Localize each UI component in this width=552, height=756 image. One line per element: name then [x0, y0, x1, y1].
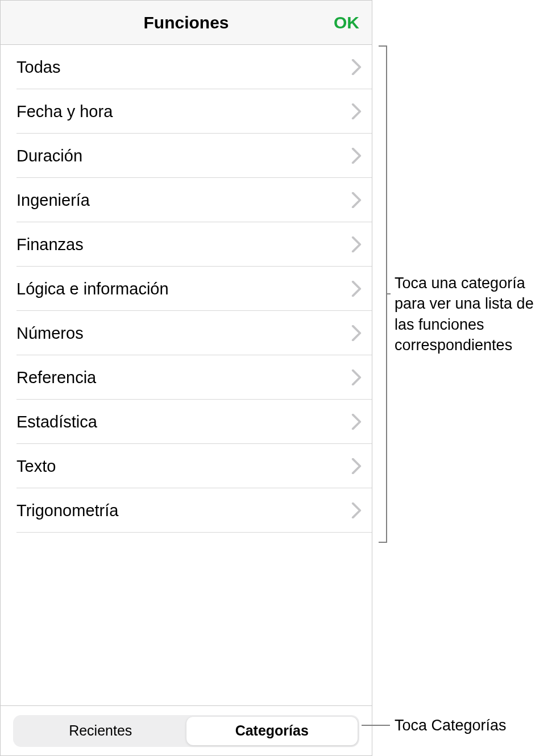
chevron-right-icon: [351, 414, 362, 430]
category-label: Fecha y hora: [16, 102, 113, 121]
category-list: Todas Fecha y hora Duración Ingeniería F…: [1, 45, 372, 705]
category-item-todas[interactable]: Todas: [1, 45, 372, 89]
chevron-right-icon: [351, 192, 362, 208]
category-label: Referencia: [16, 368, 96, 387]
panel-header: Funciones OK: [1, 1, 372, 45]
category-label: Números: [16, 324, 84, 343]
category-label: Duración: [16, 147, 82, 165]
category-item-fecha-y-hora[interactable]: Fecha y hora: [1, 89, 372, 134]
chevron-right-icon: [351, 281, 362, 297]
category-item-texto[interactable]: Texto: [1, 444, 372, 488]
category-item-numeros[interactable]: Números: [1, 311, 372, 355]
category-item-estadistica[interactable]: Estadística: [1, 400, 372, 444]
category-label: Estadística: [16, 413, 97, 431]
ok-button[interactable]: OK: [334, 13, 359, 32]
category-item-logica-e-informacion[interactable]: Lógica e información: [1, 267, 372, 311]
chevron-right-icon: [351, 325, 362, 341]
category-label: Lógica e información: [16, 280, 169, 298]
category-item-finanzas[interactable]: Finanzas: [1, 222, 372, 267]
chevron-right-icon: [351, 148, 362, 164]
category-item-trigonometria[interactable]: Trigonometría: [1, 488, 372, 533]
category-label: Ingeniería: [16, 191, 90, 210]
callout-connector-icon: [362, 725, 390, 726]
category-item-referencia[interactable]: Referencia: [1, 355, 372, 400]
chevron-right-icon: [351, 236, 362, 252]
callout-text-footer: Toca Categorías: [395, 715, 507, 736]
segmented-control: Recientes Categorías: [13, 715, 359, 747]
chevron-right-icon: [351, 59, 362, 75]
functions-panel: Funciones OK Todas Fecha y hora Duración…: [0, 0, 372, 756]
segment-recientes[interactable]: Recientes: [15, 717, 186, 745]
category-label: Texto: [16, 457, 56, 476]
category-item-ingenieria[interactable]: Ingeniería: [1, 178, 372, 222]
segment-categorias[interactable]: Categorías: [186, 717, 358, 745]
callout-text-categories: Toca una categoría para ver una lista de…: [395, 273, 548, 356]
chevron-right-icon: [351, 502, 362, 518]
chevron-right-icon: [351, 103, 362, 119]
category-label: Finanzas: [16, 235, 84, 254]
callout-connector-icon: [386, 293, 391, 294]
panel-footer: Recientes Categorías: [1, 705, 372, 755]
category-label: Todas: [16, 58, 60, 77]
category-item-duracion[interactable]: Duración: [1, 134, 372, 178]
header-title: Funciones: [143, 13, 229, 32]
category-label: Trigonometría: [16, 501, 118, 520]
chevron-right-icon: [351, 458, 362, 474]
chevron-right-icon: [351, 369, 362, 385]
